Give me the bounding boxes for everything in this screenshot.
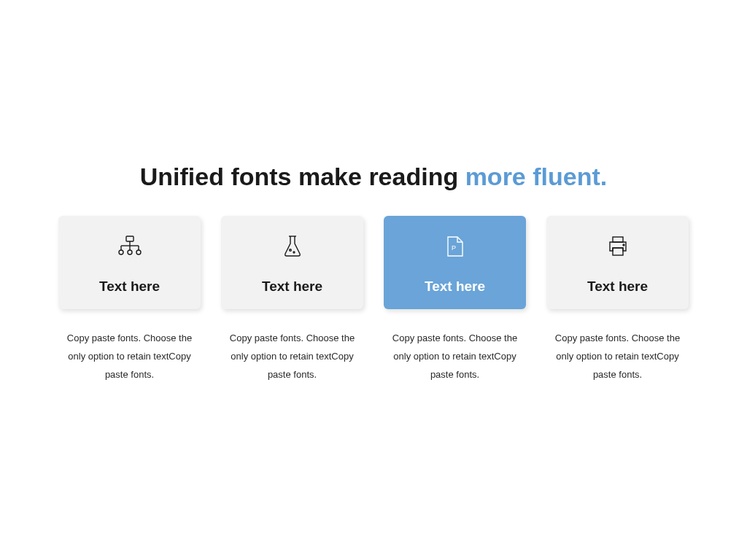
- card-column-1: Text here Copy paste fonts. Choose the o…: [58, 216, 201, 384]
- title-main: Unified fonts make reading: [140, 163, 465, 190]
- flask-icon: [282, 232, 303, 261]
- svg-point-6: [119, 250, 123, 254]
- card-2[interactable]: Text here: [221, 216, 363, 309]
- card-1-desc: Copy paste fonts. Choose the only option…: [58, 330, 201, 384]
- svg-rect-13: [613, 237, 623, 242]
- printer-icon: [606, 232, 630, 261]
- presentation-slide: Unified fonts make reading more fluent.: [0, 0, 747, 560]
- card-1[interactable]: Text here: [58, 216, 201, 309]
- card-2-desc: Copy paste fonts. Choose the only option…: [221, 330, 363, 384]
- card-4-desc: Copy paste fonts. Choose the only option…: [546, 330, 689, 384]
- svg-point-8: [136, 250, 141, 254]
- card-4[interactable]: Text here: [546, 216, 689, 309]
- svg-rect-0: [126, 236, 133, 241]
- slide-title: Unified fonts make reading more fluent.: [58, 160, 689, 192]
- card-2-title: Text here: [262, 279, 322, 295]
- svg-rect-14: [613, 248, 623, 255]
- card-3-desc: Copy paste fonts. Choose the only option…: [384, 330, 526, 384]
- card-1-title: Text here: [99, 279, 160, 295]
- hierarchy-icon: [117, 232, 142, 261]
- file-icon: P: [446, 232, 465, 261]
- svg-point-11: [293, 252, 295, 253]
- svg-text:P: P: [452, 244, 456, 252]
- card-3[interactable]: P Text here: [384, 216, 526, 309]
- svg-point-15: [623, 244, 624, 246]
- svg-point-7: [128, 250, 132, 254]
- title-accent: more fluent.: [465, 163, 608, 190]
- card-column-2: Text here Copy paste fonts. Choose the o…: [221, 216, 363, 384]
- svg-point-10: [289, 249, 291, 252]
- card-column-3: P Text here Copy paste fonts. Choose the…: [384, 216, 526, 384]
- card-3-title: Text here: [425, 279, 485, 295]
- cards-row: Text here Copy paste fonts. Choose the o…: [58, 216, 689, 384]
- card-4-title: Text here: [587, 279, 648, 295]
- card-column-4: Text here Copy paste fonts. Choose the o…: [546, 216, 689, 384]
